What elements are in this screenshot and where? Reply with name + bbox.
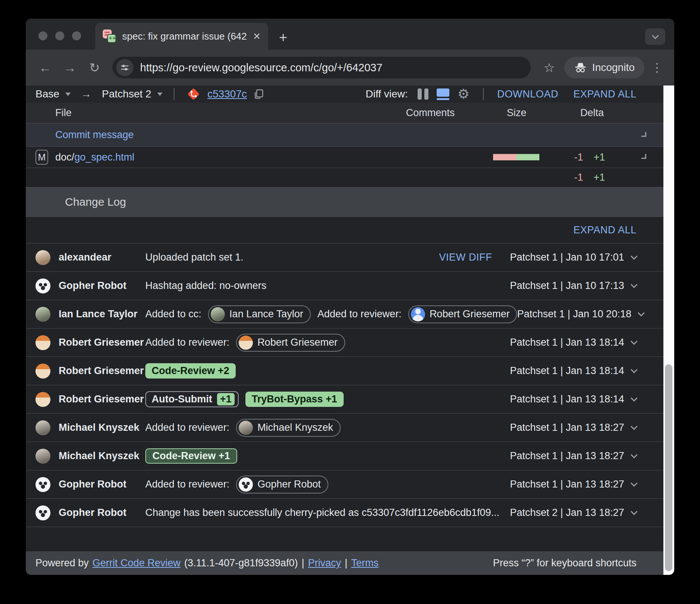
- log-row: Gopher Robot Hashtag added: no-owners Pa…: [26, 271, 663, 300]
- commit-message-row[interactable]: Commit message: [26, 123, 663, 146]
- gerrit-commit-icon: [186, 86, 201, 102]
- avatar: [35, 420, 50, 435]
- total-added: +1: [594, 172, 605, 183]
- bookmark-star-icon[interactable]: ☆: [539, 60, 559, 75]
- gerrit-link[interactable]: Gerrit Code Review: [93, 557, 181, 569]
- log-row: Gopher Robot Added to reviewer: Gopher R…: [26, 470, 663, 498]
- change-log-title: Change Log: [65, 196, 126, 208]
- vote-badge-trybot-bypass: TryBot-Bypass +1: [245, 392, 344, 407]
- browser-menu-button[interactable]: ⋮: [650, 60, 665, 75]
- avatar: [35, 307, 50, 322]
- log-message: Hashtag added: no-owners: [145, 280, 266, 292]
- log-message: Uploaded patch set 1.: [145, 252, 244, 263]
- base-dropdown-icon[interactable]: [65, 93, 71, 96]
- column-header-delta: Delta: [564, 107, 620, 119]
- user-chip: Robert Griesemer: [236, 334, 345, 352]
- file-delta: -1+1: [574, 152, 605, 163]
- expand-commit-chevron-icon[interactable]: [641, 132, 646, 137]
- commit-hash-link[interactable]: c53307c: [207, 88, 247, 100]
- avatar: [411, 307, 425, 321]
- additions-bar: [516, 154, 539, 161]
- content-spacer: [26, 527, 663, 551]
- keyboard-shortcuts-hint: Press “?” for keyboard shortcuts: [493, 557, 636, 569]
- terms-link[interactable]: Terms: [351, 557, 379, 569]
- commit-message-link[interactable]: Commit message: [55, 129, 134, 141]
- browser-toolbar: ← → ↻ https://go-review.googlesource.com…: [26, 50, 674, 85]
- avatar: [239, 336, 253, 350]
- log-action-label: Added to cc:: [145, 308, 201, 320]
- forward-button[interactable]: →: [60, 60, 80, 75]
- expand-log-chevron-icon[interactable]: [631, 480, 637, 486]
- expand-log-chevron-icon[interactable]: [638, 309, 644, 316]
- new-tab-button[interactable]: +: [279, 30, 287, 44]
- tab-close-icon[interactable]: ✕: [253, 31, 261, 42]
- log-meta: Patchset 1 | Jan 13 18:27: [510, 479, 624, 490]
- minimize-window-button[interactable]: [55, 31, 64, 40]
- file-row[interactable]: M doc/go_spec.html -1+1: [26, 146, 663, 168]
- tab-title: spec: fix grammar issue (642: [122, 31, 247, 42]
- copy-icon[interactable]: [253, 88, 264, 100]
- log-row: Ian Lance Taylor Added to cc: Ian Lance …: [26, 300, 663, 328]
- close-window-button[interactable]: [38, 31, 47, 40]
- expand-log-chevron-icon[interactable]: [631, 366, 637, 373]
- gerrit-page: Base → Patchset 2 c53307c Diff view: ⚙: [26, 85, 674, 575]
- log-meta: Patchset 1 | Jan 10 17:01: [510, 252, 624, 263]
- change-log-toolbar: EXPAND ALL: [26, 217, 663, 243]
- privacy-link[interactable]: Privacy: [308, 557, 341, 569]
- arrow-right-icon: →: [81, 88, 92, 100]
- back-button[interactable]: ←: [35, 60, 55, 75]
- base-selector[interactable]: Base: [35, 88, 59, 100]
- site-info-button[interactable]: [116, 59, 133, 76]
- reload-button[interactable]: ↻: [85, 60, 104, 75]
- expand-log-chevron-icon[interactable]: [631, 508, 637, 515]
- unified-view-icon[interactable]: [437, 88, 449, 100]
- column-header-file: File: [55, 107, 72, 119]
- diff-preferences-gear-icon[interactable]: ⚙: [458, 87, 470, 101]
- view-diff-button[interactable]: VIEW DIFF: [439, 252, 492, 263]
- chip-label: Robert Griesemer: [257, 337, 338, 348]
- maximize-window-button[interactable]: [72, 31, 81, 40]
- expand-log-chevron-icon[interactable]: [631, 281, 637, 288]
- scrollbar-track[interactable]: [663, 85, 674, 575]
- log-user: Gopher Robot: [59, 479, 145, 490]
- avatar: [35, 392, 50, 407]
- log-user: Robert Griesemer: [59, 365, 145, 377]
- log-action-label: Added to reviewer:: [145, 337, 229, 348]
- avatar: [239, 477, 253, 492]
- log-row: Robert Griesemer Code-Review +2 Patchset…: [26, 357, 663, 385]
- file-table-header: File Comments Size Delta: [26, 103, 663, 123]
- expand-log-chevron-icon[interactable]: [631, 423, 637, 430]
- address-bar[interactable]: https://go-review.googlesource.com/c/go/…: [112, 57, 531, 78]
- side-by-side-view-icon[interactable]: [418, 88, 428, 100]
- log-user: Robert Griesemer: [59, 393, 145, 405]
- expand-log-chevron-icon[interactable]: [631, 451, 637, 458]
- expand-log-chevron-icon[interactable]: [631, 253, 637, 259]
- file-link[interactable]: go_spec.html: [74, 152, 134, 163]
- column-header-size: Size: [489, 107, 545, 119]
- gerrit-favicon-icon: [103, 29, 116, 43]
- download-button[interactable]: DOWNLOAD: [497, 88, 558, 100]
- separator: |: [345, 557, 347, 569]
- browser-tab[interactable]: spec: fix grammar issue (642 ✕: [95, 23, 268, 50]
- avatar: [35, 278, 50, 293]
- powered-by-label: Powered by: [35, 557, 89, 569]
- patchset-selector[interactable]: Patchset 2: [102, 88, 151, 100]
- divider: [174, 88, 174, 100]
- log-message: Change has been successfully cherry-pick…: [145, 507, 499, 519]
- expand-file-chevron-icon[interactable]: [641, 154, 646, 159]
- change-log-section-header: Change Log: [26, 187, 663, 217]
- browser-window: spec: fix grammar issue (642 ✕ + ← → ↻ h…: [26, 19, 674, 575]
- auto-submit-value: +1: [217, 393, 235, 405]
- file-path: doc/go_spec.html: [55, 152, 134, 163]
- expand-log-chevron-icon[interactable]: [631, 395, 637, 401]
- tab-search-button[interactable]: [645, 28, 665, 45]
- vote-badge-code-review-plus2: Code-Review +2: [145, 363, 236, 379]
- patchset-dropdown-icon[interactable]: [157, 93, 162, 96]
- expand-all-files-button[interactable]: EXPAND ALL: [573, 88, 636, 100]
- auto-submit-label: Auto-Submit: [152, 393, 212, 405]
- expand-log-chevron-icon[interactable]: [631, 338, 637, 345]
- scrollbar-thumb[interactable]: [665, 364, 672, 571]
- totals-delta: -1+1: [574, 172, 605, 183]
- gerrit-version: (3.11.1-407-g81f9339af0): [184, 557, 298, 569]
- expand-all-log-button[interactable]: EXPAND ALL: [573, 224, 636, 236]
